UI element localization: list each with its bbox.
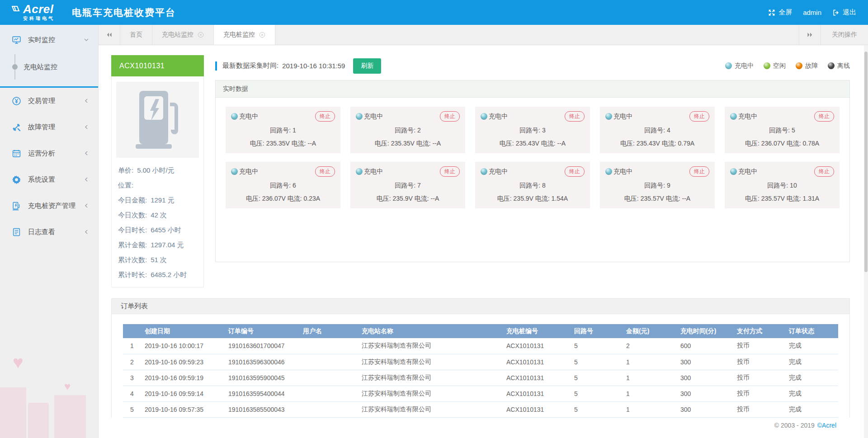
- order-row[interactable]: 32019-10-16 09:59:191910163595900045江苏安科…: [123, 370, 838, 386]
- tab-scroll-right-button[interactable]: [799, 25, 821, 45]
- terminate-button[interactable]: 终止: [689, 111, 709, 122]
- order-cell: 300: [677, 354, 733, 370]
- logout-label: 退出: [843, 8, 856, 17]
- terminate-button[interactable]: 终止: [440, 166, 460, 177]
- column-header: 订单状态: [785, 324, 838, 338]
- order-row[interactable]: 12019-10-16 10:00:171910163601700047江苏安科…: [123, 338, 838, 354]
- sidebar-item-log-view[interactable]: 日志查看: [0, 219, 98, 245]
- status-label: 充电中: [489, 113, 508, 121]
- close-operations-button[interactable]: 关闭操作: [821, 25, 868, 45]
- close-icon[interactable]: [259, 32, 265, 38]
- terminate-button[interactable]: 终止: [814, 166, 834, 177]
- tab-label: 充电桩监控: [223, 31, 255, 39]
- sidebar-subitem-station-monitor[interactable]: 充电站监控: [0, 52, 98, 82]
- sidebar-item-realtime-monitor[interactable]: 实时监控: [0, 28, 98, 52]
- collect-time-value: 2019-10-16 10:31:59: [282, 62, 345, 70]
- circuit-values: 电压: 235.35V 电流: --A: [231, 140, 335, 148]
- sidebar-item-fault-mgmt[interactable]: 故障管理: [0, 114, 98, 140]
- legend-label: 充电中: [735, 62, 754, 70]
- fullscreen-button[interactable]: 全屏: [768, 8, 792, 17]
- order-cell: [299, 370, 358, 386]
- circuit-number: 回路号: 1: [231, 127, 335, 135]
- fullscreen-icon: [768, 9, 775, 16]
- status-label: 充电中: [364, 113, 383, 121]
- heart-icon: ♥: [64, 380, 71, 393]
- device-stat-row: 今日金额:1291 元: [116, 193, 199, 208]
- sidebar-item-pile-asset-mgmt[interactable]: 充电桩资产管理: [0, 193, 98, 219]
- order-cell: 1: [123, 338, 141, 354]
- circuit-number: 回路号: 7: [356, 182, 460, 190]
- terminate-button[interactable]: 终止: [315, 111, 335, 122]
- status-dot-icon: [725, 62, 732, 69]
- chevron-down-icon: [84, 37, 89, 42]
- legend-item: 充电中: [725, 62, 754, 70]
- circuit-card: 充电中终止回路号: 8电压: 235.9V 电流: 1.54A: [475, 162, 590, 208]
- circuit-number: 回路号: 3: [481, 127, 585, 135]
- legend-label: 故障: [805, 62, 818, 70]
- circuit-values: 电压: 235.57V 电流: 1.31A: [730, 195, 834, 203]
- scrollbar-thumb[interactable]: [864, 52, 868, 272]
- column-header-seq: [123, 324, 141, 338]
- app-header: Acrel 安科瑞电气 电瓶车充电桩收费平台 全屏 admin 退出: [0, 0, 868, 25]
- circuit-card: 充电中终止回路号: 6电压: 236.07V 电流: 0.23A: [226, 162, 340, 208]
- stat-value: 42 次: [151, 211, 167, 220]
- accent-bar: [215, 61, 217, 71]
- sidebar-item-transaction-mgmt[interactable]: 交易管理: [0, 88, 98, 114]
- order-cell: 5: [571, 338, 623, 354]
- footer-brand-link[interactable]: ©Acrel: [817, 422, 836, 429]
- transaction-icon: [12, 96, 21, 106]
- status-dot-icon: [796, 62, 802, 69]
- tab-station-monitor[interactable]: 充电站监控: [152, 25, 214, 45]
- order-cell: 完成: [785, 401, 838, 417]
- terminate-button[interactable]: 终止: [315, 166, 335, 177]
- refresh-button[interactable]: 刷新: [353, 58, 381, 74]
- charging-status-icon: [605, 113, 612, 120]
- order-row[interactable]: 52019-10-16 09:57:351910163585500043江苏安科…: [123, 401, 838, 417]
- tab-pile-monitor[interactable]: 充电桩监控: [214, 25, 275, 45]
- terminate-button[interactable]: 终止: [565, 166, 585, 177]
- order-cell: 完成: [785, 370, 838, 386]
- main-content: ACX1010131 单价:: [99, 45, 868, 438]
- legend-item: 故障: [796, 62, 818, 70]
- legend-item: 空闲: [764, 62, 786, 70]
- sidebar-item-system-settings[interactable]: 系统设置: [0, 166, 98, 193]
- sidebar-item-operation-analysis[interactable]: 运营分析: [0, 140, 98, 166]
- tab-home[interactable]: 首页: [120, 25, 152, 45]
- terminate-button[interactable]: 终止: [689, 166, 709, 177]
- order-row[interactable]: 22019-10-16 09:59:231910163596300046江苏安科…: [123, 354, 838, 370]
- tab-scroll-left-button[interactable]: [99, 25, 120, 45]
- user-menu[interactable]: admin: [803, 9, 821, 16]
- stat-value: 5.00 小时/元: [137, 166, 175, 175]
- order-cell: 4: [123, 386, 141, 401]
- realtime-data-title: 实时数据: [216, 80, 849, 98]
- orders-panel: 订单列表 创建日期订单编号用户名充电站名称充电桩编号回路号金额(元)充电时间(分…: [111, 298, 850, 418]
- column-header: 订单编号: [225, 324, 299, 338]
- sidebar-item-label: 运营分析: [28, 149, 55, 158]
- device-card: ACX1010131 单价:: [111, 55, 204, 287]
- page-scrollbar[interactable]: [864, 45, 868, 438]
- chevron-left-icon: [84, 151, 89, 156]
- terminate-button[interactable]: 终止: [440, 111, 460, 122]
- copyright-text: © 2003 - 2019: [774, 422, 815, 429]
- logo-brand-text: Acrel: [23, 2, 54, 16]
- circuit-card: 充电中终止回路号: 10电压: 235.57V 电流: 1.31A: [725, 162, 840, 208]
- sidebar-item-label: 日志查看: [28, 228, 55, 236]
- order-cell: 3: [123, 370, 141, 386]
- acrel-logo-icon: [12, 5, 20, 14]
- charging-status-icon: [231, 168, 238, 175]
- monitor-icon: [12, 35, 21, 45]
- order-row[interactable]: 42019-10-16 09:59:141910163595400044江苏安科…: [123, 386, 838, 401]
- status-label: 充电中: [239, 168, 258, 176]
- circuit-values: 电压: 235.57V 电流: --A: [605, 195, 709, 203]
- terminate-button[interactable]: 终止: [814, 111, 834, 122]
- device-stat-row: 累计金额:1297.04 元: [116, 238, 199, 253]
- circuit-values: 电压: 235.9V 电流: 1.54A: [481, 195, 585, 203]
- column-header: 支付方式: [733, 324, 785, 338]
- charging-status-icon: [356, 113, 363, 120]
- order-cell: ACX1010131: [503, 354, 571, 370]
- close-icon[interactable]: [198, 32, 204, 38]
- status-label: 充电中: [489, 168, 508, 176]
- logout-button[interactable]: 退出: [832, 8, 856, 17]
- order-cell: [299, 354, 358, 370]
- terminate-button[interactable]: 终止: [565, 111, 585, 122]
